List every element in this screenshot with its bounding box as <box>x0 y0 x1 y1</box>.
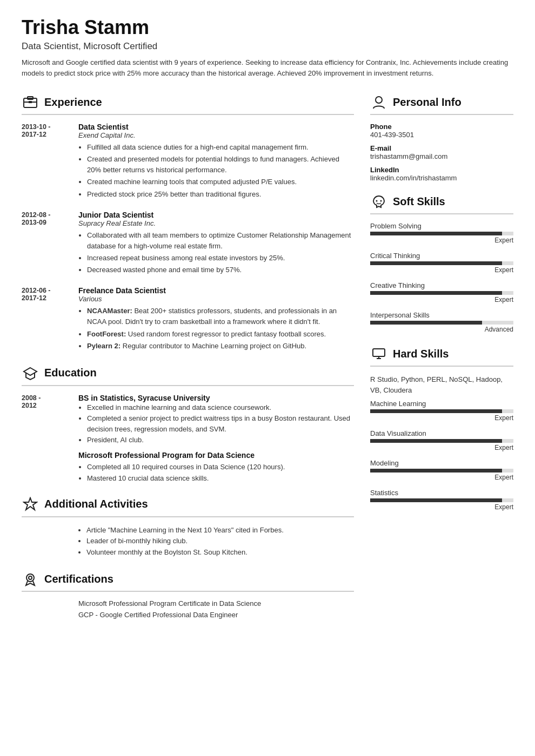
skill-bar-fill <box>370 409 502 413</box>
skill-item: Problem SolvingExpert <box>370 222 513 244</box>
exp-bullet: Decreased wasted phone and email time by… <box>87 265 354 275</box>
skill-bar-fill <box>370 498 502 502</box>
exp-bullet: Collaborated with all team members to op… <box>87 230 354 252</box>
exp-job-title: Data Scientist <box>78 123 354 131</box>
additional-icon <box>22 496 39 513</box>
experience-item: 2012-06 - 2017-12Freelance Data Scientis… <box>22 286 354 353</box>
additional-bullets: Article "Machine Learning in the Next 10… <box>22 525 354 558</box>
exp-dates: 2013-10 - 2017-12 <box>22 123 78 201</box>
additional-title: Additional Activities <box>44 498 148 510</box>
skill-bar-fill <box>370 321 482 325</box>
soft-skills-items: Problem SolvingExpertCritical ThinkingEx… <box>370 222 513 333</box>
edu-bullet: Excelled in machine learning and data sc… <box>87 402 354 413</box>
header-title: Data Scientist, Microsoft Certified <box>22 41 513 52</box>
exp-bullet: FootForest: Used random forest regressor… <box>87 329 354 340</box>
skill-level-label: Advanced <box>370 326 513 333</box>
hard-skills-header: Hard Skills <box>370 345 513 367</box>
skill-name: Critical Thinking <box>370 252 513 260</box>
skill-bar-container <box>370 232 513 235</box>
exp-content: Freelance Data ScientistVariousNCAAMaste… <box>78 286 354 353</box>
skill-name: Machine Learning <box>370 400 513 408</box>
personal-info-value: 401-439-3501 <box>370 131 513 139</box>
exp-content: Junior Data ScientistSupracy Real Estate… <box>78 211 354 277</box>
header-summary: Microsoft and Google certified data scie… <box>22 57 513 78</box>
exp-bullet: Predicted stock price 25% better than tr… <box>87 189 354 200</box>
skill-level-label: Expert <box>370 237 513 244</box>
education-title: Education <box>44 367 97 379</box>
skill-item: Interpersonal SkillsAdvanced <box>370 311 513 333</box>
skill-name: Modeling <box>370 459 513 467</box>
experience-title: Experience <box>44 96 102 109</box>
exp-bullet: Created and presented models for potenti… <box>87 154 354 176</box>
edu-dates: 2008 - 2012 <box>22 394 78 484</box>
cert-item: Microsoft Professional Program Certifica… <box>22 599 354 608</box>
header-name: Trisha Stamm <box>22 16 513 39</box>
exp-bullet: Increased repeat business among real est… <box>87 253 354 264</box>
additional-section: Additional Activities Article "Machine L… <box>22 496 354 558</box>
skill-bar-fill <box>370 291 502 295</box>
personal-info-label: LinkedIn <box>370 166 513 174</box>
skill-bar-container <box>370 261 513 265</box>
skill-name: Creative Thinking <box>370 281 513 289</box>
soft-skills-icon <box>370 193 387 210</box>
personal-info-label: E-mail <box>370 144 513 152</box>
education-section-header: Education <box>22 364 354 386</box>
experience-item: 2012-08 - 2013-09Junior Data ScientistSu… <box>22 211 354 277</box>
skill-name: Problem Solving <box>370 222 513 230</box>
skill-bar-container <box>370 439 513 443</box>
header-section: Trisha Stamm Data Scientist, Microsoft C… <box>22 16 513 78</box>
personal-info-item: Phone401-439-3501 <box>370 123 513 139</box>
skill-item: Data VisualizationExpert <box>370 429 513 451</box>
exp-bullet: NCAAMaster: Beat 200+ statistics profess… <box>87 306 354 327</box>
experience-items: 2013-10 - 2017-12Data ScientistExend Cap… <box>22 123 354 353</box>
skill-bar-fill <box>370 261 502 265</box>
cert-item: GCP - Google Certified Professional Data… <box>22 611 354 619</box>
soft-skills-header: Soft Skills <box>370 193 513 214</box>
exp-bullets: Fulfilled all data science duties for a … <box>78 142 354 200</box>
exp-content: Data ScientistExend Capital Inc.Fulfille… <box>78 123 354 201</box>
additional-bullet: Volunteer monthly at the Boylston St. So… <box>86 547 354 558</box>
skill-level-label: Expert <box>370 414 513 422</box>
experience-section-header: Experience <box>22 93 354 115</box>
skill-bar-fill <box>370 469 502 473</box>
skill-name: Data Visualization <box>370 429 513 437</box>
education-icon <box>22 364 39 382</box>
skill-level-label: Expert <box>370 444 513 451</box>
exp-company: Supracy Real Estate Inc. <box>78 219 354 227</box>
right-col: Personal Info Phone401-439-3501E-mailtri… <box>370 93 513 631</box>
edu-content: BS in Statistics, Syracuse UniversityExc… <box>78 394 354 484</box>
edu-cert-title: Microsoft Professional Program for Data … <box>78 451 354 460</box>
edu-cert-bullets: Completed all 10 required courses in Dat… <box>78 462 354 483</box>
experience-item: 2013-10 - 2017-12Data ScientistExend Cap… <box>22 123 354 201</box>
additional-section-header: Additional Activities <box>22 496 354 517</box>
certifications-section: Certifications Microsoft Professional Pr… <box>22 570 354 619</box>
main-columns: Experience 2013-10 - 2017-12Data Scienti… <box>22 93 513 631</box>
exp-bullet: Fulfilled all data science duties for a … <box>87 142 354 153</box>
edu-bullet: Completed a senior project to predict wa… <box>87 413 354 435</box>
personal-info-value: linkedin.com/in/trishastamm <box>370 174 513 182</box>
hard-skills-items: Machine LearningExpertData Visualization… <box>370 400 513 511</box>
exp-job-title: Freelance Data Scientist <box>78 286 354 295</box>
skill-item: Machine LearningExpert <box>370 400 513 422</box>
svg-point-8 <box>376 97 382 103</box>
skill-item: Creative ThinkingExpert <box>370 281 513 303</box>
skill-bar-container <box>370 409 513 413</box>
additional-bullet: Article "Machine Learning in the Next 10… <box>86 525 354 536</box>
skill-bar-container <box>370 469 513 473</box>
svg-marker-5 <box>24 498 37 510</box>
soft-skills-title: Soft Skills <box>393 195 445 208</box>
personal-info-section: Personal Info Phone401-439-3501E-mailtri… <box>370 93 513 182</box>
certifications-section-header: Certifications <box>22 570 354 592</box>
resume-wrapper: Trisha Stamm Data Scientist, Microsoft C… <box>0 0 535 647</box>
exp-bullet: Pylearn 2: Regular contributor to Machin… <box>87 341 354 352</box>
hard-skills-icon <box>370 345 387 362</box>
hard-skills-list: R Studio, Python, PERL, NoSQL, Hadoop, V… <box>370 374 513 395</box>
personal-info-item: LinkedInlinkedin.com/in/trishastamm <box>370 166 513 182</box>
exp-bullet: Created machine learning tools that comp… <box>87 177 354 187</box>
skill-item: Critical ThinkingExpert <box>370 252 513 274</box>
personal-info-header: Personal Info <box>370 93 513 115</box>
personal-info-items: Phone401-439-3501E-mailtrishastamm@gmail… <box>370 123 513 182</box>
exp-job-title: Junior Data Scientist <box>78 211 354 219</box>
exp-company: Exend Capital Inc. <box>78 131 354 139</box>
skill-item: StatisticsExpert <box>370 489 513 511</box>
